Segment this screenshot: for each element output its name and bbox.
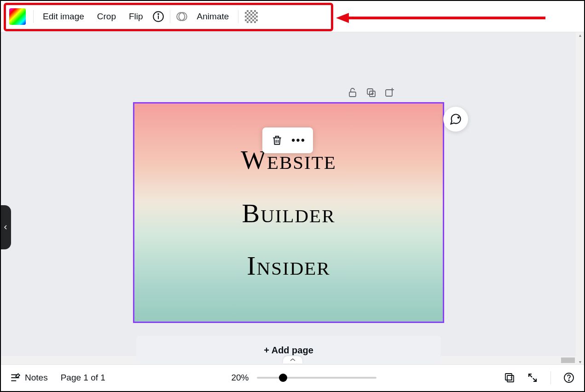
canvas-text-line-2[interactable]: Builder bbox=[134, 200, 443, 227]
page-thumbnails-toggle[interactable] bbox=[283, 356, 302, 363]
top-toolbar: Edit image Crop Flip Animate bbox=[1, 1, 584, 32]
zoom-slider[interactable] bbox=[257, 377, 376, 379]
background-color-picker[interactable] bbox=[9, 8, 26, 25]
svg-rect-7 bbox=[349, 92, 356, 97]
more-options-icon[interactable]: ••• bbox=[291, 133, 306, 148]
crop-button[interactable]: Crop bbox=[91, 9, 122, 24]
delete-icon[interactable] bbox=[270, 133, 284, 148]
svg-point-6 bbox=[179, 12, 186, 20]
svg-point-25 bbox=[568, 380, 569, 380]
page-indicator[interactable]: Page 1 of 1 bbox=[61, 373, 105, 383]
notes-label: Notes bbox=[25, 373, 48, 383]
divider bbox=[170, 10, 170, 23]
svg-point-4 bbox=[158, 13, 159, 14]
comment-button[interactable] bbox=[443, 107, 468, 132]
side-panel-handle[interactable] bbox=[1, 205, 11, 249]
help-icon[interactable] bbox=[562, 371, 576, 385]
page-grid-icon[interactable]: 1 bbox=[503, 371, 516, 385]
annotation-arrow bbox=[336, 12, 545, 24]
zoom-slider-thumb[interactable] bbox=[279, 374, 287, 382]
transparency-button[interactable] bbox=[245, 10, 258, 23]
svg-text:1: 1 bbox=[510, 376, 513, 381]
svg-point-5 bbox=[177, 12, 185, 20]
divider bbox=[550, 371, 551, 384]
element-floating-toolbar: ••• bbox=[262, 127, 313, 153]
edit-image-button[interactable]: Edit image bbox=[36, 9, 91, 24]
canvas-area: ▴ ▾ ••• Website Builder Insider bbox=[1, 32, 584, 364]
animate-button[interactable]: Animate bbox=[191, 9, 236, 24]
duplicate-page-icon[interactable] bbox=[364, 86, 378, 99]
canvas-text-line-3[interactable]: Insider bbox=[134, 253, 443, 279]
unlock-icon[interactable] bbox=[346, 86, 359, 99]
footer-bar: Notes Page 1 of 1 20% 1 bbox=[1, 364, 584, 390]
design-canvas[interactable]: ••• Website Builder Insider bbox=[133, 102, 444, 323]
add-page-icon[interactable] bbox=[382, 86, 396, 99]
scroll-up-icon[interactable]: ▴ bbox=[577, 32, 583, 38]
divider bbox=[238, 10, 238, 23]
vertical-scrollbar[interactable]: ▴ ▾ bbox=[576, 32, 584, 364]
svg-rect-12 bbox=[386, 90, 392, 96]
fullscreen-icon[interactable] bbox=[526, 371, 539, 385]
notes-button[interactable]: Notes bbox=[9, 372, 48, 384]
scroll-thumb[interactable] bbox=[561, 357, 575, 363]
animate-icon[interactable] bbox=[173, 8, 191, 25]
info-icon[interactable] bbox=[150, 8, 167, 25]
divider bbox=[33, 10, 34, 23]
page-actions-bar bbox=[346, 86, 396, 99]
scroll-down-icon[interactable]: ▾ bbox=[577, 359, 583, 364]
svg-marker-1 bbox=[336, 13, 349, 23]
zoom-percentage[interactable]: 20% bbox=[231, 373, 249, 383]
flip-button[interactable]: Flip bbox=[122, 9, 150, 24]
